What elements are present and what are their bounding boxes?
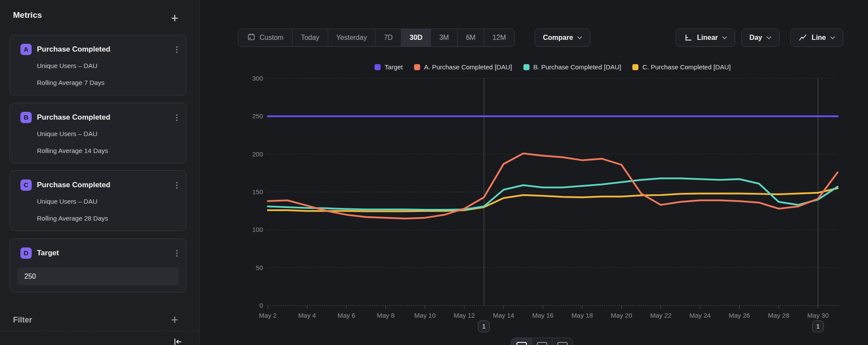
- metric-badge-d: D: [20, 247, 32, 259]
- metric-card-b[interactable]: B Purchase Completed Unique Users – DAU …: [10, 103, 187, 163]
- svg-text:May 16: May 16: [532, 312, 553, 319]
- svg-text:May 2: May 2: [259, 312, 277, 319]
- metric-title: Purchase Completed: [37, 113, 110, 122]
- svg-text:May 26: May 26: [729, 312, 750, 319]
- svg-text:May 22: May 22: [650, 312, 671, 319]
- target-title: Target: [37, 249, 59, 257]
- svg-text:300: 300: [252, 75, 263, 82]
- metrics-heading: Metrics: [13, 10, 42, 20]
- metric-title: Purchase Completed: [37, 181, 110, 189]
- metric-badge-a: A: [20, 44, 32, 55]
- svg-text:250: 250: [252, 112, 263, 120]
- svg-text:100: 100: [252, 226, 263, 233]
- sidebar-divider: [0, 331, 200, 331]
- svg-text:May 4: May 4: [298, 312, 316, 319]
- metric-badge-b: B: [20, 112, 32, 123]
- svg-text:May 24: May 24: [689, 312, 710, 319]
- metric-transform: Rolling Average 14 Days: [37, 147, 108, 154]
- svg-text:1: 1: [816, 322, 820, 330]
- target-value-input[interactable]: [17, 267, 179, 285]
- svg-text:150: 150: [252, 188, 263, 195]
- filter-heading: Filter: [13, 316, 32, 325]
- kebab-menu-icon[interactable]: [174, 112, 179, 123]
- metric-transform: Rolling Average 7 Days: [37, 79, 105, 86]
- view-toggle-group: [511, 338, 573, 345]
- svg-text:May 18: May 18: [572, 312, 593, 319]
- chart-panel: Custom Today Yesterday 7D 30D 3M 6M 12M …: [200, 0, 868, 345]
- svg-text:May 14: May 14: [493, 312, 514, 319]
- analytics-dashboard: Metrics + A Purchase Completed Unique Us…: [0, 0, 868, 345]
- svg-text:May 30: May 30: [807, 312, 829, 319]
- target-card[interactable]: D Target: [10, 238, 187, 293]
- chart-view-icon[interactable]: [511, 338, 532, 345]
- metrics-sidebar: Metrics + A Purchase Completed Unique Us…: [0, 0, 200, 345]
- svg-text:1: 1: [482, 322, 486, 330]
- kebab-menu-icon[interactable]: [174, 179, 179, 191]
- svg-text:50: 50: [256, 264, 263, 271]
- svg-text:May 28: May 28: [768, 312, 789, 319]
- svg-text:0: 0: [260, 302, 263, 309]
- add-metric-button[interactable]: +: [171, 12, 178, 25]
- line-chart: 050100150200250300May 2May 4May 6May 8Ma…: [200, 0, 868, 345]
- metric-badge-c: C: [20, 179, 32, 191]
- metric-measure: Unique Users – DAU: [37, 198, 97, 205]
- metric-transform: Rolling Average 28 Days: [37, 215, 108, 222]
- metric-measure: Unique Users – DAU: [37, 62, 97, 69]
- table-view-icon[interactable]: [532, 338, 552, 345]
- collapse-sidebar-icon[interactable]: [173, 337, 183, 345]
- series-line[interactable]: [268, 188, 838, 211]
- svg-text:May 20: May 20: [611, 312, 632, 319]
- svg-text:May 8: May 8: [377, 312, 395, 319]
- metric-card-a[interactable]: A Purchase Completed Unique Users – DAU …: [10, 35, 187, 95]
- svg-text:May 6: May 6: [338, 312, 355, 319]
- metric-measure: Unique Users – DAU: [37, 130, 97, 137]
- svg-text:May 10: May 10: [414, 312, 436, 319]
- card-view-icon[interactable]: [552, 338, 572, 345]
- metric-card-c[interactable]: C Purchase Completed Unique Users – DAU …: [10, 170, 187, 231]
- svg-text:May 12: May 12: [454, 312, 475, 319]
- add-filter-button[interactable]: +: [171, 314, 178, 326]
- kebab-menu-icon[interactable]: [174, 44, 179, 55]
- kebab-menu-icon[interactable]: [174, 247, 179, 259]
- metric-title: Purchase Completed: [37, 45, 110, 54]
- svg-text:200: 200: [252, 150, 263, 158]
